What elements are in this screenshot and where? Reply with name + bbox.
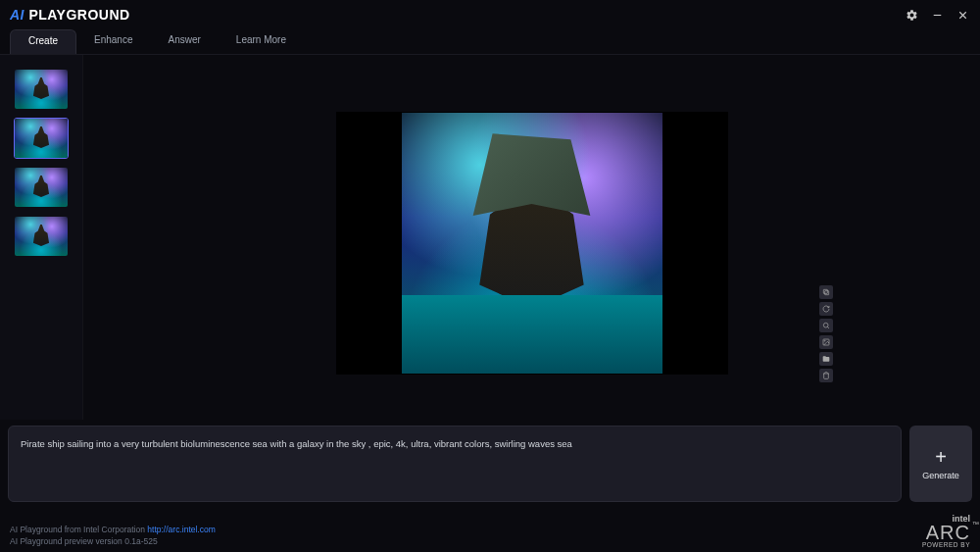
footer-link[interactable]: http://arc.intel.com: [147, 525, 215, 534]
image-button[interactable]: [819, 335, 833, 349]
zoom-icon: [822, 322, 830, 329]
delete-icon: [822, 372, 830, 379]
folder-icon: [822, 355, 830, 363]
image-action-toolbar: [819, 285, 833, 382]
plus-icon: +: [935, 447, 947, 467]
arc-label: ARC: [922, 524, 970, 541]
thumbnail-1[interactable]: [14, 69, 69, 110]
svg-point-8: [824, 340, 825, 341]
ship-sails: [466, 133, 597, 251]
tab-create[interactable]: Create: [10, 29, 76, 54]
tab-answer[interactable]: Answer: [151, 29, 219, 54]
ship-thumbnail-art: [15, 70, 68, 109]
footer-attribution: AI Playground from Intel Corporation htt…: [10, 525, 216, 536]
prompt-input[interactable]: [8, 426, 902, 502]
refresh-icon: [822, 305, 830, 313]
folder-button[interactable]: [819, 352, 833, 366]
svg-line-6: [827, 326, 829, 328]
delete-button[interactable]: [819, 369, 833, 382]
refresh-button[interactable]: [819, 302, 833, 316]
ship-sea: [402, 295, 662, 374]
ship-thumbnail-art: [15, 217, 68, 256]
zoom-button[interactable]: [819, 319, 833, 332]
copy-icon: [822, 288, 830, 296]
tab-bar: Create Enhance Answer Learn More: [0, 29, 980, 55]
ship-artwork: [402, 113, 662, 374]
svg-point-5: [823, 323, 828, 327]
minimize-icon: [931, 9, 944, 22]
generate-label: Generate: [922, 471, 959, 480]
svg-rect-4: [823, 289, 827, 293]
logo-prefix: AI: [10, 7, 24, 23]
minimize-button[interactable]: [929, 7, 945, 23]
thumbnail-sidebar: [0, 55, 83, 420]
canvas-area: [83, 55, 980, 420]
tab-enhance[interactable]: Enhance: [76, 29, 150, 54]
close-button[interactable]: [955, 7, 970, 23]
ship-thumbnail-art: [15, 119, 68, 158]
footer: AI Playground from Intel Corporation htt…: [0, 508, 980, 552]
window-controls: [904, 7, 970, 23]
svg-rect-3: [825, 291, 829, 295]
copy-button[interactable]: [819, 285, 833, 299]
thumbnail-2[interactable]: [14, 118, 69, 159]
logo-main: PLAYGROUND: [28, 7, 129, 23]
titlebar: AI PLAYGROUND: [0, 0, 980, 29]
prompt-area: + Generate: [0, 420, 980, 508]
generated-image[interactable]: [402, 113, 662, 374]
thumbnail-4[interactable]: [14, 216, 69, 257]
arc-brand: intel ARC POWERED BY: [922, 514, 970, 548]
footer-left: AI Playground from Intel Corporation htt…: [10, 525, 216, 548]
main-area: [0, 55, 980, 420]
preview-frame: [336, 112, 728, 375]
close-icon: [956, 9, 969, 22]
gear-icon: [906, 9, 918, 22]
generate-button[interactable]: + Generate: [909, 426, 972, 502]
footer-version: AI Playground preview version 0.1a-525: [10, 536, 216, 548]
app-logo: AI PLAYGROUND: [10, 7, 130, 23]
tab-learn-more[interactable]: Learn More: [219, 29, 304, 54]
settings-button[interactable]: [904, 7, 919, 23]
ship-thumbnail-art: [15, 168, 68, 207]
thumbnail-3[interactable]: [14, 167, 69, 208]
image-icon: [822, 338, 830, 346]
